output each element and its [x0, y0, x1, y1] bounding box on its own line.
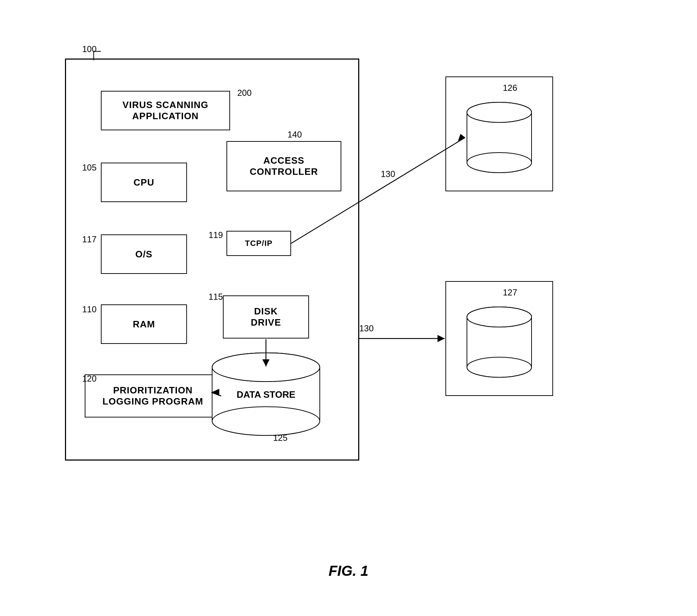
tcpip-box: TCP/IP [226, 231, 291, 256]
ref-105: 105 [82, 163, 97, 173]
ref-117: 117 [82, 234, 97, 244]
remote-box-1 [445, 76, 553, 191]
ref-110: 110 [82, 304, 97, 314]
disk-drive-label: DISKDRIVE [251, 306, 281, 328]
ref-100: 100 [82, 44, 97, 54]
plp-box: PRIORITIZATIONLOGGING PROGRAM [85, 374, 221, 417]
access-controller-label: ACCESSCONTROLLER [250, 155, 318, 177]
fig-label: FIG. 1 [328, 563, 368, 579]
plp-label: PRIORITIZATIONLOGGING PROGRAM [103, 385, 204, 407]
ram-label: RAM [133, 319, 155, 330]
svg-text:130: 130 [381, 169, 395, 179]
os-label: O/S [135, 249, 153, 260]
ref-200: 200 [237, 88, 252, 98]
cpu-label: CPU [134, 177, 154, 188]
remote-box-2 [445, 281, 553, 396]
ref-120: 120 [82, 374, 97, 384]
access-controller-box: ACCESSCONTROLLER [226, 141, 341, 191]
virus-scanning-label: VIRUS SCANNINGAPPLICATION [122, 99, 208, 122]
svg-marker-36 [438, 335, 445, 342]
ref-119: 119 [209, 230, 223, 240]
ref-140: 140 [287, 130, 302, 140]
ram-box: RAM [101, 304, 187, 344]
ref-115: 115 [209, 292, 223, 302]
ref-127: 127 [503, 288, 517, 298]
svg-text:130: 130 [359, 323, 374, 333]
diagram-container: 100 VIRUS SCANNINGAPPLICATION 200 CPU 10… [43, 30, 654, 586]
disk-drive-box: DISKDRIVE [223, 295, 309, 339]
cpu-box: CPU [101, 163, 187, 202]
virus-scanning-box: VIRUS SCANNINGAPPLICATION [101, 91, 230, 130]
tcpip-label: TCP/IP [245, 239, 273, 248]
os-box: O/S [101, 234, 187, 274]
ref-126: 126 [503, 83, 517, 93]
